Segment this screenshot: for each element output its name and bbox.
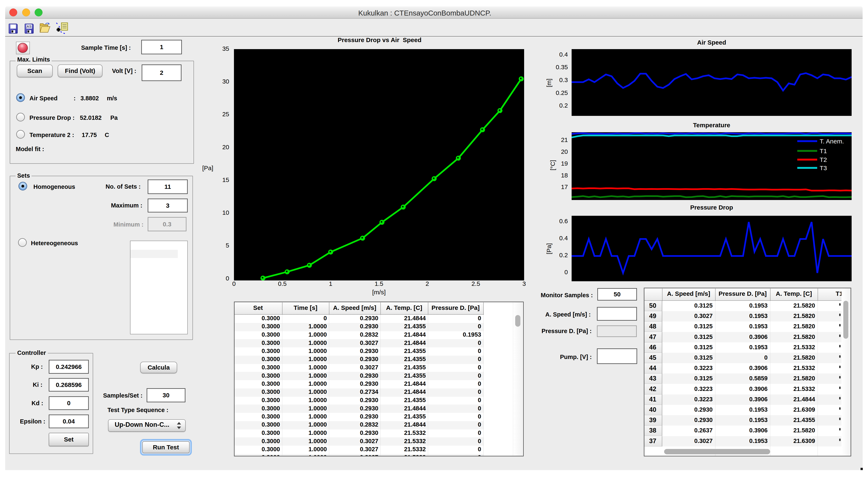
svg-text:T3: T3 [820, 165, 827, 171]
svg-text:AS: AS [27, 25, 32, 29]
svg-text:T2: T2 [820, 156, 827, 163]
svg-text:T1: T1 [820, 148, 827, 154]
svg-text:T. Anem.: T. Anem. [820, 138, 844, 145]
